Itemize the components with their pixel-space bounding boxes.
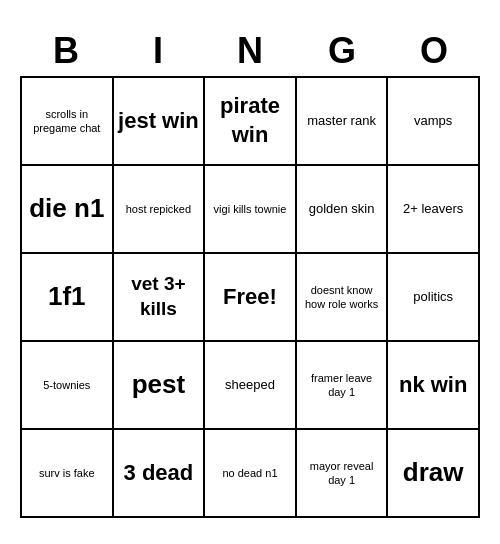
cell-text: 1f1 <box>48 280 86 314</box>
bingo-cell: nk win <box>388 342 480 430</box>
bingo-cell: sheeped <box>205 342 297 430</box>
cell-text: framer leave day 1 <box>301 371 383 400</box>
bingo-cell: draw <box>388 430 480 518</box>
cell-text: master rank <box>307 113 376 130</box>
cell-text: 5-townies <box>43 378 90 392</box>
title-letter: N <box>204 26 296 76</box>
bingo-cell: 1f1 <box>22 254 114 342</box>
cell-text: 3 dead <box>124 459 194 488</box>
cell-text: surv is fake <box>39 466 95 480</box>
cell-text: pirate win <box>209 92 291 149</box>
bingo-cell: host repicked <box>114 166 206 254</box>
cell-text: politics <box>413 289 453 306</box>
cell-text: golden skin <box>309 201 375 218</box>
cell-text: vigi kills townie <box>214 202 287 216</box>
title-letter: B <box>20 26 112 76</box>
bingo-cell: mayor reveal day 1 <box>297 430 389 518</box>
bingo-cell: pirate win <box>205 78 297 166</box>
bingo-cell: doesnt know how role works <box>297 254 389 342</box>
cell-text: host repicked <box>126 202 191 216</box>
bingo-cell: vet 3+ kills <box>114 254 206 342</box>
bingo-cell: surv is fake <box>22 430 114 518</box>
cell-text: mayor reveal day 1 <box>301 459 383 488</box>
bingo-cell: vamps <box>388 78 480 166</box>
cell-text: 2+ leavers <box>403 201 463 218</box>
title-letter: I <box>112 26 204 76</box>
bingo-cell: vigi kills townie <box>205 166 297 254</box>
cell-text: nk win <box>399 371 467 400</box>
cell-text: pest <box>132 368 185 402</box>
cell-text: no dead n1 <box>222 466 277 480</box>
bingo-cell: die n1 <box>22 166 114 254</box>
cell-text: vamps <box>414 113 452 130</box>
bingo-cell: framer leave day 1 <box>297 342 389 430</box>
bingo-title: BINGO <box>20 26 480 76</box>
cell-text: sheeped <box>225 377 275 394</box>
title-letter: G <box>296 26 388 76</box>
bingo-cell: jest win <box>114 78 206 166</box>
bingo-cell: master rank <box>297 78 389 166</box>
bingo-cell: no dead n1 <box>205 430 297 518</box>
cell-text: vet 3+ kills <box>118 272 200 321</box>
bingo-cell: 5-townies <box>22 342 114 430</box>
cell-text: Free! <box>223 283 277 312</box>
bingo-cell: 3 dead <box>114 430 206 518</box>
bingo-cell: politics <box>388 254 480 342</box>
bingo-cell: scrolls in pregame chat <box>22 78 114 166</box>
title-letter: O <box>388 26 480 76</box>
bingo-card: BINGO scrolls in pregame chatjest winpir… <box>10 16 490 528</box>
bingo-cell: golden skin <box>297 166 389 254</box>
bingo-grid: scrolls in pregame chatjest winpirate wi… <box>20 76 480 518</box>
bingo-cell: 2+ leavers <box>388 166 480 254</box>
cell-text: jest win <box>118 107 199 136</box>
cell-text: die n1 <box>29 192 104 226</box>
bingo-cell: pest <box>114 342 206 430</box>
cell-text: draw <box>403 456 464 490</box>
bingo-cell: Free! <box>205 254 297 342</box>
cell-text: doesnt know how role works <box>301 283 383 312</box>
cell-text: scrolls in pregame chat <box>26 107 108 136</box>
